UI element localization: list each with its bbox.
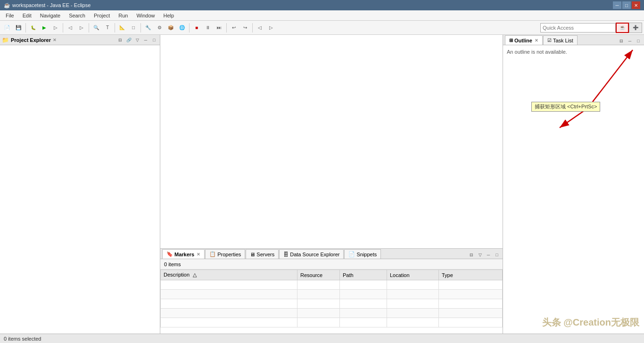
toolbar-sep-2 [63, 23, 63, 33]
new-button[interactable]: 📄 [2, 23, 12, 33]
quick-access-input[interactable] [540, 23, 616, 33]
bottom-maximize-button[interactable]: □ [493, 251, 501, 259]
right-menu-button[interactable]: ⊟ [618, 37, 625, 45]
toolbar-btn-10[interactable]: ■ [191, 23, 202, 33]
debug-button[interactable]: 🐛 [28, 23, 38, 33]
toolbar-btn-13[interactable]: ↩ [229, 23, 239, 33]
titlebar: ☕ workspacetest - Java EE - Eclipse ─ □ … [0, 0, 644, 10]
tab-snippets[interactable]: 📄 Snippets [344, 249, 381, 259]
tab-datasource[interactable]: 🗄 Data Source Explorer [279, 249, 344, 259]
red-arrow-annotation [503, 45, 644, 334]
toolbar-btn-15[interactable]: ◁ [255, 23, 265, 33]
main-layout: 📁 Project Explorer ✕ ⊟ 🔗 ▽ ─ □ 🔖 Ma [0, 35, 644, 334]
menu-help[interactable]: Help [160, 12, 178, 19]
toolbar-sep-1 [25, 23, 26, 33]
menu-file[interactable]: File [2, 12, 18, 19]
tab-markers[interactable]: 🔖 Markers ✕ [162, 249, 205, 259]
maximize-view-button[interactable]: □ [128, 23, 139, 33]
statusbar: 0 items selected [0, 334, 644, 343]
markers-tab-label: Markers [174, 252, 194, 257]
col-type: Type [439, 270, 503, 280]
window-title: workspacetest - Java EE - Eclipse [12, 2, 91, 8]
col-description: Description △ [161, 270, 297, 280]
bottom-minimize-button[interactable]: ▽ [476, 251, 484, 259]
tab-tasklist[interactable]: ☑ Task List [543, 35, 578, 45]
description-header: Description [164, 272, 190, 278]
menu-project[interactable]: Project [90, 12, 114, 19]
toolbar-btn-16[interactable]: ▷ [266, 23, 276, 33]
toolbar-btn-6[interactable]: 🔧 [143, 23, 153, 33]
titlebar-controls: ─ □ ✕ [613, 1, 640, 9]
eclipse-icon: ☕ [4, 2, 10, 8]
outline-tab-icon: ⊞ [509, 38, 513, 43]
outline-tab-label: Outline [514, 38, 532, 43]
open-perspective-button[interactable]: 📐 [117, 23, 127, 33]
bottom-pin-button[interactable]: ─ [485, 251, 492, 259]
table-row [161, 299, 503, 309]
tab-outline[interactable]: ⊞ Outline ✕ [505, 35, 543, 45]
toolbar-sep-4 [115, 23, 115, 33]
outline-unavailable-text: An outline is not available. [507, 49, 567, 55]
right-maximize-button[interactable]: □ [635, 37, 642, 45]
titlebar-title: ☕ workspacetest - Java EE - Eclipse [4, 2, 91, 8]
editor-area [160, 35, 503, 249]
toolbar-sep-5 [140, 23, 141, 33]
add-perspective-button[interactable]: ➕ [629, 23, 642, 33]
menu-search[interactable]: Search [65, 12, 89, 19]
toolbar-btn-11[interactable]: ⏸ [203, 23, 213, 33]
toolbar-btn-7[interactable]: ⚙ [154, 23, 165, 33]
java-ee-perspective-button[interactable]: ☕ [616, 23, 629, 33]
project-explorer-icon: 📁 [2, 37, 9, 43]
menu-window[interactable]: Window [132, 12, 158, 19]
project-explorer-content [0, 45, 160, 334]
servers-tab-label: Servers [256, 252, 274, 257]
project-explorer-actions: ⊟ 🔗 ▽ ─ □ [116, 36, 158, 44]
close-button[interactable]: ✕ [632, 1, 640, 9]
tasklist-tab-label: Task List [553, 38, 573, 43]
next-edit-button[interactable]: ▷ [76, 23, 87, 33]
snippets-tab-icon: 📄 [348, 251, 355, 257]
right-minimize-button[interactable]: ─ [626, 37, 634, 45]
open-type-button[interactable]: T [102, 23, 113, 33]
table-row [161, 309, 503, 318]
run-button[interactable]: ▶ [39, 23, 50, 33]
add-perspective-icon: ➕ [633, 25, 638, 30]
project-explorer-title: Project Explorer [11, 37, 51, 43]
annotation-tooltip: 捕获矩形区域 <Ctrl+PrtSc> [531, 102, 600, 112]
search-tb-button[interactable]: 🔍 [91, 23, 101, 33]
project-explorer-header: 📁 Project Explorer ✕ ⊟ 🔗 ▽ ─ □ [0, 35, 160, 45]
minimize-panel-button[interactable]: ─ [142, 36, 149, 44]
toolbar-btn-8[interactable]: 📦 [165, 23, 176, 33]
outline-tab-close[interactable]: ✕ [535, 38, 538, 43]
toolbar-btn-9[interactable]: 🌐 [177, 23, 187, 33]
project-explorer-close-icon[interactable]: ✕ [53, 38, 57, 42]
toolbar-sep-8 [252, 23, 253, 33]
run-last-button[interactable]: ▷ [50, 23, 61, 33]
properties-tab-label: Properties [217, 252, 241, 257]
menu-run[interactable]: Run [115, 12, 132, 19]
markers-tab-close[interactable]: ✕ [197, 252, 200, 257]
table-row [161, 280, 503, 290]
tasklist-tab-icon: ☑ [547, 38, 552, 43]
tab-servers[interactable]: 🖥 Servers [246, 249, 279, 259]
toolbar: 📄 💾 🐛 ▶ ▷ ◁ ▷ 🔍 T 📐 □ 🔧 ⚙ 📦 🌐 ■ ⏸ ⏭ ↩ ↪ … [0, 21, 644, 35]
view-menu-button[interactable]: ▽ [133, 36, 141, 44]
save-button[interactable]: 💾 [13, 23, 24, 33]
menu-navigate[interactable]: Navigate [36, 12, 64, 19]
center-column: 🔖 Markers ✕ 📋 Properties 🖥 Servers 🗄 Dat… [160, 35, 503, 334]
prev-edit-button[interactable]: ◁ [65, 23, 75, 33]
collapse-all-button[interactable]: ⊟ [116, 36, 124, 44]
maximize-panel-button[interactable]: □ [150, 36, 158, 44]
bottom-menu-button[interactable]: ⊟ [468, 251, 475, 259]
col-path: Path [340, 270, 387, 280]
toolbar-btn-14[interactable]: ↪ [240, 23, 250, 33]
maximize-button[interactable]: □ [622, 1, 631, 9]
link-editor-button[interactable]: 🔗 [125, 36, 132, 44]
minimize-button[interactable]: ─ [613, 1, 621, 9]
menu-edit[interactable]: Edit [19, 12, 35, 19]
tab-properties[interactable]: 📋 Properties [205, 249, 245, 259]
left-panel: 📁 Project Explorer ✕ ⊟ 🔗 ▽ ─ □ [0, 35, 160, 334]
toolbar-btn-12[interactable]: ⏭ [214, 23, 224, 33]
annotation-text: 捕获矩形区域 <Ctrl+PrtSc> [535, 104, 597, 109]
bottom-panel: 🔖 Markers ✕ 📋 Properties 🖥 Servers 🗄 Dat… [160, 249, 503, 334]
